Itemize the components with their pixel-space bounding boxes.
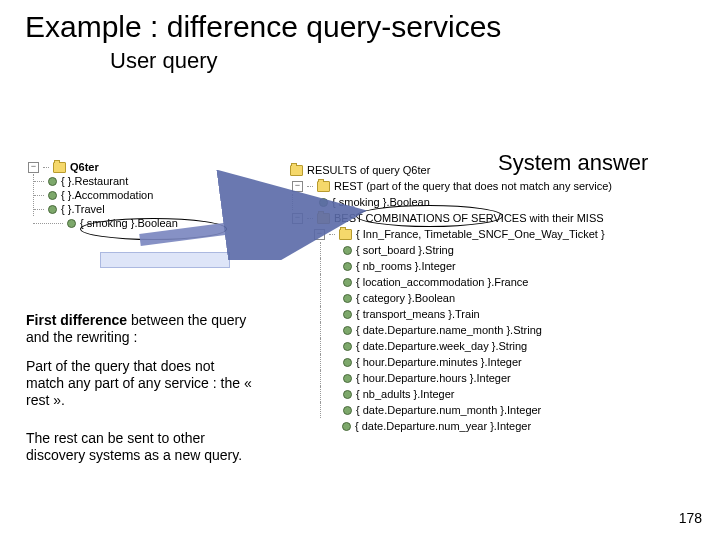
bold-text: First difference xyxy=(26,312,127,328)
tree-item: { date.Departure.num_month }.Integer xyxy=(320,402,612,418)
tree-item-label: { date.Departure.num_year }.Integer xyxy=(355,418,531,434)
folder-icon xyxy=(290,165,303,176)
tree-item: { nb_adults }.Integer xyxy=(320,386,612,402)
tree-item-label: { date.Departure.num_month }.Integer xyxy=(356,402,541,418)
tree-item-label: { }.Accommodation xyxy=(61,188,153,202)
tree-item: { location_accommodation }.France xyxy=(320,274,612,290)
leaf-icon xyxy=(343,406,352,415)
leaf-icon xyxy=(343,262,352,271)
tree-item: { date.Departure.num_year }.Integer xyxy=(320,418,612,434)
tree-item-label: { category }.Boolean xyxy=(356,290,455,306)
tree-item: { hour.Departure.minutes }.Integer xyxy=(320,354,612,370)
page-number: 178 xyxy=(679,510,702,526)
tree-item-label: { nb_adults }.Integer xyxy=(356,386,454,402)
tree-item: { }.Restaurant xyxy=(54,174,178,188)
tree-item-label: { date.Departure.week_day }.String xyxy=(356,338,527,354)
folder-icon xyxy=(53,162,66,173)
tree-item-label: { }.Travel xyxy=(61,202,105,216)
tree-item-label: { sort_board }.String xyxy=(356,242,454,258)
folder-icon xyxy=(339,229,352,240)
paragraph-rest-explain: Part of the query that does not match an… xyxy=(26,358,256,409)
tree-combo-label: { Inn_France, Timetable_SNCF_One_Way_Tic… xyxy=(356,226,605,242)
leaf-icon xyxy=(319,198,328,207)
folder-icon xyxy=(317,181,330,192)
leaf-icon xyxy=(343,246,352,255)
leaf-icon xyxy=(343,326,352,335)
subtitle-user-query: User query xyxy=(0,48,720,74)
paragraph-first-difference: First difference between the query and t… xyxy=(26,312,256,346)
tree-item-label: { location_accommodation }.France xyxy=(356,274,528,290)
slide-title: Example : difference query-services xyxy=(0,0,720,48)
callout-ellipse-left xyxy=(80,218,227,240)
callout-ellipse-right xyxy=(356,205,503,227)
leaf-icon xyxy=(343,390,352,399)
folder-icon xyxy=(317,213,330,224)
tree-item: { sort_board }.String xyxy=(320,242,612,258)
collapse-icon: − xyxy=(292,181,303,192)
leaf-icon xyxy=(343,310,352,319)
tree-item-label: { hour.Departure.hours }.Integer xyxy=(356,370,511,386)
highlight-box xyxy=(100,252,230,268)
leaf-icon xyxy=(343,358,352,367)
tree-item: { }.Accommodation xyxy=(54,188,178,202)
tree-item-label: { transport_means }.Train xyxy=(356,306,480,322)
leaf-icon xyxy=(48,205,57,214)
tree-item-label: { hour.Departure.minutes }.Integer xyxy=(356,354,522,370)
collapse-icon: − xyxy=(314,229,325,240)
leaf-icon xyxy=(343,342,352,351)
leaf-icon xyxy=(343,294,352,303)
tree-item: { nb_rooms }.Integer xyxy=(320,258,612,274)
collapse-icon: − xyxy=(28,162,39,173)
tree-item: { }.Travel xyxy=(54,202,178,216)
tree-rest-label: REST (part of the query that does not ma… xyxy=(334,178,612,194)
leaf-icon xyxy=(343,374,352,383)
tree-item-label: { }.Restaurant xyxy=(61,174,128,188)
tree-item-label: { date.Departure.name_month }.String xyxy=(356,322,542,338)
tree-item-label: { nb_rooms }.Integer xyxy=(356,258,456,274)
tree-root-label: Q6ter xyxy=(70,160,99,174)
tree-system-results: RESULTS of query Q6ter − REST (part of t… xyxy=(290,162,612,434)
tree-item: { hour.Departure.hours }.Integer xyxy=(320,370,612,386)
leaf-icon xyxy=(67,219,76,228)
tree-item: { category }.Boolean xyxy=(320,290,612,306)
tree-item: { date.Departure.name_month }.String xyxy=(320,322,612,338)
tree-results-label: RESULTS of query Q6ter xyxy=(307,162,430,178)
tree-item: { date.Departure.week_day }.String xyxy=(320,338,612,354)
leaf-icon xyxy=(48,191,57,200)
leaf-icon xyxy=(343,278,352,287)
leaf-icon xyxy=(48,177,57,186)
leaf-icon xyxy=(342,422,351,431)
paragraph-rest-forward: The rest can be sent to other discovery … xyxy=(26,430,256,464)
collapse-icon: − xyxy=(292,213,303,224)
tree-item: { transport_means }.Train xyxy=(320,306,612,322)
